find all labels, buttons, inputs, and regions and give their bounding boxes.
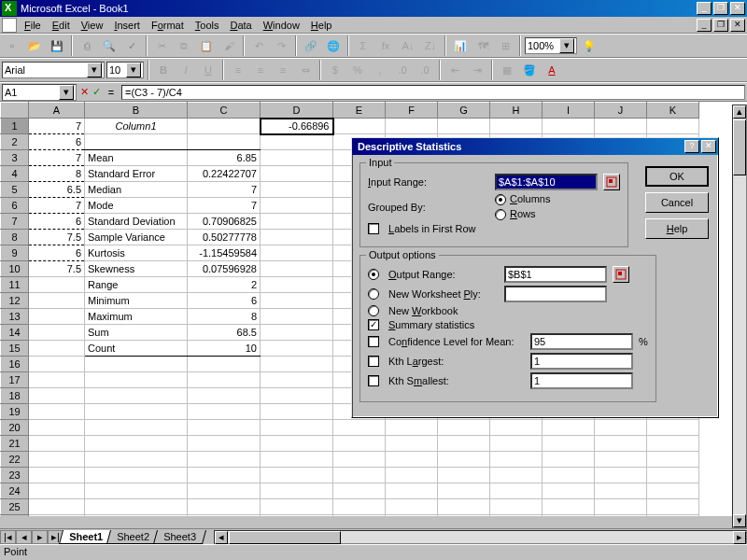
cell-A24[interactable] <box>29 483 85 499</box>
input-range-ref-icon[interactable] <box>603 174 620 190</box>
cell-A6[interactable]: 7 <box>29 198 85 214</box>
cell-J21[interactable] <box>595 436 647 452</box>
cell-A19[interactable] <box>29 404 85 420</box>
cell-A8[interactable]: 7.5 <box>29 230 85 245</box>
col-header-E[interactable]: E <box>333 103 386 119</box>
function-button[interactable]: fx <box>375 35 396 56</box>
cell-D21[interactable] <box>261 436 333 452</box>
row-header-23[interactable]: 23 <box>1 468 29 483</box>
col-header-A[interactable]: A <box>29 103 85 119</box>
cell-H26[interactable] <box>490 515 543 517</box>
menu-view[interactable]: View <box>76 18 109 33</box>
cell-C22[interactable] <box>188 452 261 468</box>
cell-K20[interactable] <box>647 420 699 436</box>
minimize-button[interactable]: _ <box>697 2 712 15</box>
cell-F23[interactable] <box>386 468 438 483</box>
cut-button[interactable]: ✂ <box>151 35 172 56</box>
cell-D2[interactable] <box>261 134 333 150</box>
row-header-11[interactable]: 11 <box>1 277 29 293</box>
inc-decimal-button[interactable]: .0 <box>392 60 413 80</box>
cell-G1[interactable] <box>438 119 490 134</box>
col-header-D[interactable]: D <box>261 103 333 119</box>
kth-largest-check[interactable] <box>368 356 379 367</box>
cell-B25[interactable] <box>85 499 188 515</box>
cell-I25[interactable] <box>543 499 595 515</box>
help-button[interactable]: Help <box>645 218 709 239</box>
col-header-J[interactable]: J <box>595 103 647 119</box>
cell-B20[interactable] <box>85 420 188 436</box>
sheet-tab-3[interactable]: Sheet3 <box>153 530 206 544</box>
cell-I26[interactable] <box>543 515 595 517</box>
cell-E22[interactable] <box>333 452 386 468</box>
cell-A26[interactable] <box>29 515 85 517</box>
row-header-12[interactable]: 12 <box>1 293 29 309</box>
cell-C16[interactable] <box>188 357 261 372</box>
cell-A20[interactable] <box>29 420 85 436</box>
cell-A5[interactable]: 6.5 <box>29 182 85 198</box>
cell-K21[interactable] <box>647 436 699 452</box>
inc-indent-button[interactable]: ⇥ <box>467 60 487 80</box>
cell-A18[interactable] <box>29 388 85 404</box>
cell-C21[interactable] <box>188 436 261 452</box>
cell-G22[interactable] <box>438 452 490 468</box>
cell-I21[interactable] <box>543 436 595 452</box>
confidence-field[interactable] <box>530 333 633 350</box>
cell-B8[interactable]: Sample Variance <box>85 230 188 245</box>
undo-button[interactable]: ↶ <box>248 35 269 56</box>
cell-I24[interactable] <box>543 483 595 499</box>
cell-C2[interactable] <box>188 134 261 150</box>
row-header-1[interactable]: 1 <box>1 119 29 134</box>
row-header-13[interactable]: 13 <box>1 309 29 325</box>
pivot-button[interactable]: ⊞ <box>495 35 515 56</box>
cell-G26[interactable] <box>438 515 490 517</box>
assistant-button[interactable]: 💡 <box>579 35 599 56</box>
hyperlink-button[interactable]: 🔗 <box>301 35 321 56</box>
scroll-thumb-h[interactable] <box>229 531 341 544</box>
cell-B4[interactable]: Standard Error <box>85 166 188 182</box>
row-header-5[interactable]: 5 <box>1 182 29 198</box>
cell-C7[interactable]: 0.70906825 <box>188 214 261 230</box>
row-header-10[interactable]: 10 <box>1 261 29 277</box>
cell-B26[interactable] <box>85 515 188 517</box>
close-button[interactable]: ✕ <box>730 2 745 15</box>
cell-B22[interactable] <box>85 452 188 468</box>
currency-button[interactable]: $ <box>325 60 345 80</box>
new-worksheet-radio[interactable] <box>368 288 379 300</box>
columns-radio[interactable] <box>495 194 506 205</box>
cell-D23[interactable] <box>261 468 333 483</box>
cell-K23[interactable] <box>647 468 699 483</box>
menu-tools[interactable]: Tools <box>190 18 225 33</box>
sheet-tab-2[interactable]: Sheet2 <box>106 530 160 544</box>
font-size-combo[interactable]: 10▾ <box>106 62 144 78</box>
col-header-B[interactable]: B <box>85 103 188 119</box>
menu-help[interactable]: Help <box>305 18 338 33</box>
map-button[interactable]: 🗺 <box>472 35 493 56</box>
row-header-18[interactable]: 18 <box>1 388 29 404</box>
cell-B15[interactable]: Count <box>85 341 188 357</box>
doc-maximize-button[interactable]: ❐ <box>713 19 728 32</box>
cell-A16[interactable] <box>29 357 85 372</box>
cell-G25[interactable] <box>438 499 490 515</box>
spell-button[interactable]: ✓ <box>121 35 142 56</box>
cell-E25[interactable] <box>333 499 386 515</box>
dec-indent-button[interactable]: ⇤ <box>444 60 465 80</box>
output-range-field[interactable] <box>504 266 607 283</box>
percent-button[interactable]: % <box>347 60 368 80</box>
row-header-21[interactable]: 21 <box>1 436 29 452</box>
cell-J1[interactable] <box>595 119 647 134</box>
cell-A7[interactable]: 6 <box>29 214 85 230</box>
format-painter-button[interactable]: 🖌 <box>218 35 239 56</box>
save-button[interactable]: 💾 <box>47 35 67 56</box>
cell-C19[interactable] <box>188 404 261 420</box>
cell-F22[interactable] <box>386 452 438 468</box>
input-range-field[interactable] <box>495 174 598 190</box>
cell-C10[interactable]: 0.07596928 <box>188 261 261 277</box>
cell-D26[interactable] <box>261 515 333 517</box>
cell-C15[interactable]: 10 <box>188 341 261 357</box>
labels-first-row-check[interactable] <box>368 223 379 234</box>
cell-D14[interactable] <box>261 325 333 341</box>
cell-I22[interactable] <box>543 452 595 468</box>
cell-D25[interactable] <box>261 499 333 515</box>
cell-E23[interactable] <box>333 468 386 483</box>
cell-A13[interactable] <box>29 309 85 325</box>
